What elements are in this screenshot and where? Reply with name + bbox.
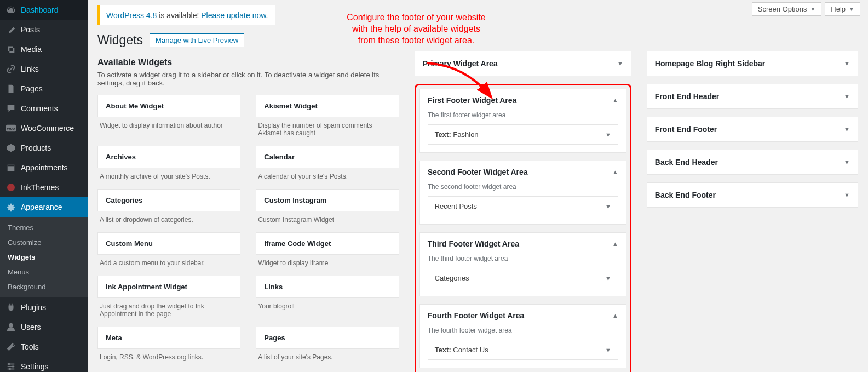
chevron-down-icon: ▼: [844, 60, 850, 67]
menu-pages[interactable]: Pages: [0, 79, 88, 99]
available-widget-title[interactable]: Meta: [97, 327, 240, 349]
available-widget-title[interactable]: Categories: [97, 189, 240, 211]
menu-label: Pages: [21, 84, 43, 93]
menu-products[interactable]: Products: [0, 138, 88, 158]
admin-sidebar: Dashboard Posts Media Links Pages Commen…: [0, 0, 88, 372]
menu-comments[interactable]: Comments: [0, 99, 88, 118]
footer-widget-areas-highlight: First Footer Widget Area▲The first foote…: [415, 84, 631, 372]
available-widget-title[interactable]: Calendar: [256, 146, 399, 168]
tools-icon: [5, 341, 16, 352]
placed-widget[interactable]: Text: Contact Us▼: [428, 340, 618, 360]
placed-widget[interactable]: Text: Fashion▼: [428, 124, 618, 145]
widget-area-header[interactable]: Primary Widget Area ▼: [415, 51, 631, 76]
menu-label: Users: [21, 323, 41, 331]
available-widget-title[interactable]: Pages: [256, 327, 399, 349]
available-widget: Iframe Code WidgetWidget to display ifra…: [256, 232, 399, 269]
chevron-down-icon: ▼: [844, 93, 850, 100]
menu-plugins[interactable]: Plugins: [0, 297, 88, 317]
widget-area-header[interactable]: Homepage Blog Right Sidebar▼: [647, 51, 858, 76]
screen-options-button[interactable]: Screen Options ▼: [752, 2, 822, 16]
calendar-icon: [5, 162, 16, 173]
chevron-down-icon: ▼: [810, 6, 815, 12]
chevron-down-icon: ▼: [844, 192, 850, 198]
available-widget-title[interactable]: Iframe Code Widget: [256, 232, 399, 255]
button-label: Screen Options: [758, 5, 807, 13]
menu-settings[interactable]: Settings: [0, 357, 88, 372]
widget-area-title: Second Footer Widget Area: [428, 168, 528, 176]
widget-area-header[interactable]: Back End Footer▼: [647, 183, 858, 207]
menu-label: Tools: [21, 342, 39, 351]
link-icon: [5, 64, 16, 75]
wp-version-link[interactable]: WordPress 4.8: [106, 11, 157, 20]
update-now-link[interactable]: Please update now: [201, 11, 266, 20]
menu-inkthemes[interactable]: InkThemes: [0, 178, 88, 197]
menu-label: Media: [21, 45, 42, 54]
widget-area-header[interactable]: Fourth Footer Widget Area▲: [420, 305, 626, 327]
menu-tools[interactable]: Tools: [0, 337, 88, 357]
menu-label: Products: [21, 144, 51, 152]
help-button[interactable]: Help ▼: [825, 2, 860, 16]
available-widget-title[interactable]: Archives: [97, 146, 240, 168]
widget-area-header[interactable]: Back End Header▼: [647, 150, 858, 174]
settings-icon: [5, 361, 16, 372]
available-widget: LinksYour blogroll: [256, 276, 399, 320]
widget-area-desc: The first footer widget area: [420, 111, 626, 124]
svg-point-4: [7, 184, 15, 191]
footer-widget-area: First Footer Widget Area▲The first foote…: [419, 89, 626, 153]
svg-text:woo: woo: [7, 126, 15, 131]
available-widget-desc: A list of your site's Pages.: [256, 349, 399, 363]
submenu-menus[interactable]: Menus: [0, 265, 88, 279]
page-icon: [5, 83, 16, 94]
widget-area-desc: The fourth footer widget area: [420, 327, 626, 340]
menu-dashboard[interactable]: Dashboard: [0, 0, 88, 20]
appearance-icon: [5, 202, 16, 213]
widget-area-header[interactable]: First Footer Widget Area▲: [420, 89, 626, 111]
widget-area-header[interactable]: Front End Header▼: [647, 84, 858, 108]
widget-area-desc: The second footer widget area: [420, 183, 626, 196]
available-widget-desc: Widget to display iframe: [256, 255, 399, 269]
available-widget-title[interactable]: Custom Instagram: [256, 189, 399, 211]
menu-label: Comments: [21, 104, 58, 113]
available-widget-desc: A list or dropdown of categories.: [97, 211, 240, 226]
menu-label: Dashboard: [21, 5, 59, 14]
plugins-icon: [5, 302, 16, 313]
svg-point-11: [9, 368, 11, 370]
right-widget-areas-column: Homepage Blog Right Sidebar▼Front End He…: [647, 51, 858, 372]
available-widget-title[interactable]: Custom Menu: [97, 232, 240, 255]
widget-area-title: Fourth Footer Widget Area: [428, 311, 525, 320]
submenu-widgets[interactable]: Widgets: [0, 250, 88, 265]
menu-woocommerce[interactable]: woo WooCommerce: [0, 118, 88, 138]
available-widget-title[interactable]: Ink Appointment Widget: [97, 276, 240, 298]
placed-widget[interactable]: Recent Posts▼: [428, 196, 618, 216]
menu-appearance[interactable]: Appearance: [0, 197, 88, 217]
available-widget-title[interactable]: Links: [256, 276, 399, 298]
placed-widget[interactable]: Categories▼: [428, 268, 618, 288]
menu-posts[interactable]: Posts: [0, 20, 88, 39]
available-widget: Ink Appointment WidgetJust drag and drop…: [97, 276, 240, 320]
available-widget-title[interactable]: About Me Widget: [97, 95, 240, 117]
live-preview-button[interactable]: Manage with Live Preview: [150, 33, 244, 47]
submenu-themes[interactable]: Themes: [0, 220, 88, 235]
svg-point-9: [8, 363, 10, 365]
widget-area-title: First Footer Widget Area: [428, 96, 517, 105]
menu-links[interactable]: Links: [0, 59, 88, 79]
widget-area: Back End Footer▼: [647, 182, 858, 208]
widget-area-header[interactable]: Front End Footer▼: [647, 117, 858, 141]
submenu-customize[interactable]: Customize: [0, 235, 88, 250]
chevron-up-icon: ▲: [612, 241, 618, 247]
widget-area: Front End Footer▼: [647, 117, 858, 142]
button-label: Help: [831, 5, 846, 13]
available-widgets-title: Available Widgets: [97, 58, 399, 67]
menu-users[interactable]: Users: [0, 317, 88, 337]
widget-area-header[interactable]: Second Footer Widget Area▲: [420, 161, 626, 183]
available-widget-title[interactable]: Akismet Widget: [256, 95, 399, 117]
chevron-up-icon: ▲: [612, 312, 618, 319]
menu-media[interactable]: Media: [0, 39, 88, 59]
placed-widget-name: Recent Posts: [435, 202, 477, 210]
submenu-background[interactable]: Background: [0, 279, 88, 294]
widget-area-header[interactable]: Third Footer Widget Area▲: [420, 233, 626, 255]
available-widget-desc: Display the number of spam comments Akis…: [256, 117, 399, 139]
widget-area-title: Front End Footer: [655, 125, 717, 134]
available-widget-desc: Your blogroll: [256, 298, 399, 312]
menu-appointments[interactable]: Appointments: [0, 158, 88, 178]
